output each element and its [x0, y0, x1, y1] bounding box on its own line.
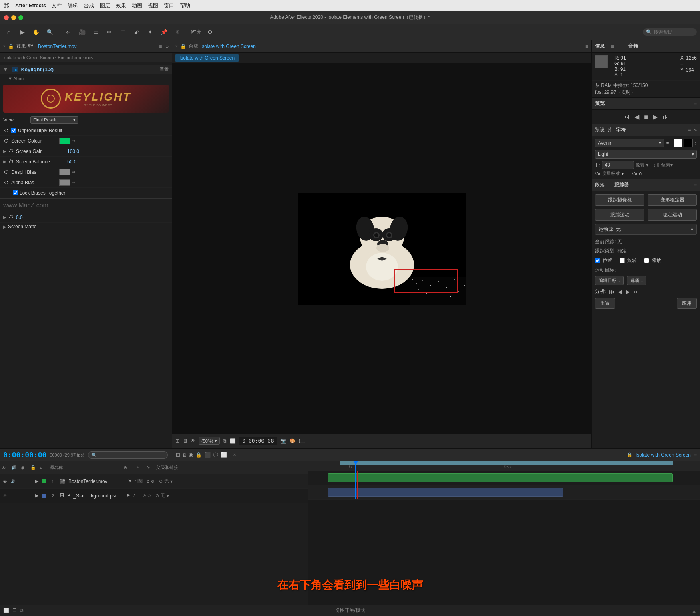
close-button[interactable]	[4, 15, 9, 20]
camera-snapshot-icon[interactable]: 📷	[280, 438, 286, 444]
kern-method-label[interactable]: 度量标准	[602, 171, 620, 177]
despill-arrow[interactable]: ⇒	[72, 170, 75, 174]
font-dropdown[interactable]: Avenir ▾	[595, 139, 664, 147]
track2-bar[interactable]	[328, 488, 563, 497]
menu-help[interactable]: 帮助	[180, 2, 190, 9]
track1-lock-btn[interactable]	[26, 478, 32, 485]
tl-footer-icon3[interactable]: ⧉	[20, 608, 24, 613]
audio-tab[interactable]: 音频	[628, 43, 638, 50]
position-checkbox[interactable]	[595, 258, 600, 263]
step-back-btn[interactable]: ◀	[634, 113, 639, 121]
playhead[interactable]	[355, 461, 356, 471]
analyze-forward-btn[interactable]: ▶	[626, 288, 630, 295]
puppet-btn[interactable]: ✳	[172, 26, 183, 38]
tracker-tab[interactable]: 跟踪器	[614, 181, 629, 188]
leading-arrow[interactable]: 像素▾	[661, 162, 673, 169]
work-area-bar[interactable]	[340, 461, 672, 465]
scale-checkbox[interactable]	[644, 258, 649, 263]
kern-method-arrow[interactable]: ▾	[622, 171, 624, 176]
screen-gain-value[interactable]: 100.0	[67, 149, 79, 154]
screen-matte-expand[interactable]: ▶	[3, 225, 6, 229]
para-tab[interactable]: 段落	[595, 181, 605, 188]
track1-fx-icon[interactable]: fx	[137, 479, 143, 483]
minimize-button[interactable]	[11, 15, 16, 20]
maximize-button[interactable]	[18, 15, 23, 20]
track2-lock-btn[interactable]	[26, 493, 32, 499]
char-menu-icon[interactable]: ≡	[688, 127, 691, 133]
tl-effect-icon[interactable]: ⬜	[221, 452, 227, 458]
menu-effects[interactable]: 效果	[116, 2, 126, 9]
menu-compose[interactable]: 合成	[84, 2, 94, 9]
pen-btn[interactable]: ✏	[104, 26, 115, 38]
analyze-backward-btn[interactable]: ◀	[618, 288, 622, 295]
comp-tab-label[interactable]: 合成	[189, 43, 198, 50]
pin-btn[interactable]: 📌	[158, 26, 169, 38]
analyze-forward-fast-btn[interactable]: ⏭	[633, 288, 639, 295]
comp-tab-name[interactable]: Isolate with Green Screen	[175, 54, 239, 62]
track2-parent-none[interactable]: 无	[161, 493, 165, 499]
tracking-value[interactable]: 0	[639, 171, 642, 176]
zoom-tool[interactable]: 🔍	[44, 26, 55, 38]
apple-menu[interactable]: ⌘	[3, 2, 10, 9]
preview-roi-icon[interactable]: ⊞	[175, 438, 179, 444]
analyze-backward-fast-btn[interactable]: ⏮	[609, 288, 615, 295]
screen-gain-expand[interactable]: ▶	[3, 149, 6, 153]
keylight-label[interactable]: Keylight (1.2)	[21, 66, 54, 72]
hand-tool[interactable]: ✋	[30, 26, 42, 38]
preview-monitor-icon[interactable]: 🖥	[183, 438, 187, 444]
about-toggle[interactable]: ▼ About	[8, 76, 25, 81]
rotation-checkbox[interactable]	[620, 258, 625, 263]
char-expand-icon[interactable]: »	[694, 127, 697, 133]
app-name[interactable]: After Effects	[15, 2, 46, 8]
tl-blend-icon[interactable]: ⬛	[204, 452, 211, 458]
footer-switch-label[interactable]: 切换开关/模式	[335, 607, 365, 614]
region-of-interest-btn[interactable]: ⧉	[223, 438, 227, 444]
track1-solo-btn[interactable]	[18, 478, 24, 485]
screen-balance-expand[interactable]: ▶	[3, 159, 6, 164]
tl-new-layer-icon[interactable]: ⊞	[176, 452, 180, 458]
tl-lock-icon[interactable]: 🔒	[195, 452, 202, 458]
font-size-field[interactable]: 43	[602, 161, 634, 169]
track2-parent-arrow[interactable]: ▾	[167, 493, 169, 499]
stabilize-btn[interactable]: 变形稳定器	[648, 194, 697, 206]
track1-bar[interactable]	[328, 473, 673, 482]
info-menu-icon[interactable]: ≡	[611, 44, 614, 49]
preview-3d-icon[interactable]: 👁	[191, 438, 195, 444]
timeline-menu-icon[interactable]: ≡	[694, 452, 697, 458]
tracker-menu-icon[interactable]: ≡	[694, 182, 697, 188]
menu-animate[interactable]: 动画	[132, 2, 142, 9]
track2-solo-btn[interactable]	[18, 493, 24, 499]
info-tab[interactable]: 信息	[595, 43, 605, 50]
char-tab[interactable]: 字符	[616, 127, 626, 133]
comp-menu-icon[interactable]: ≡	[585, 44, 588, 49]
help-search[interactable]: 🔍	[643, 28, 697, 36]
overflow-icon[interactable]: (二	[299, 437, 305, 444]
track-camera-btn[interactable]: 跟踪摄像机	[595, 194, 644, 206]
view-dropdown[interactable]: Final Result ▾	[30, 116, 78, 124]
go-to-end-btn[interactable]: ⏭	[662, 113, 669, 121]
brush-btn[interactable]: 🖌	[131, 26, 142, 38]
expand-panel-icon[interactable]: »	[166, 44, 169, 49]
preview-tab-label[interactable]: 预览	[595, 100, 605, 107]
value-expand[interactable]: ▶	[3, 215, 6, 219]
stamp-btn[interactable]: ✦	[145, 26, 156, 38]
tl-precomp-icon[interactable]: ⧉	[183, 452, 186, 458]
tl-motion-blur-icon[interactable]: 〇	[213, 451, 218, 459]
step-forward-btn[interactable]: ▶	[653, 113, 658, 121]
comp-close[interactable]: ×	[175, 44, 178, 48]
preview-menu-icon[interactable]: ≡	[694, 101, 697, 107]
expand-fx-arrow[interactable]: ▼	[3, 67, 8, 72]
track2-name[interactable]: BT_Stat...ckground.psd	[67, 493, 123, 499]
apply-btn[interactable]: 应用	[677, 298, 697, 309]
zoom-dropdown[interactable]: (50%) ▾	[199, 437, 220, 445]
edit-target-btn[interactable]: 编辑目标...	[595, 276, 624, 285]
stroke-color-box[interactable]	[684, 139, 693, 147]
timeline-scroll-right[interactable]: ▲	[691, 608, 697, 614]
track2-mode-btn[interactable]: ⊙	[143, 493, 146, 498]
font-size-arrow[interactable]: ▾	[646, 162, 648, 168]
track2-eye-btn[interactable]: 👁	[2, 493, 8, 499]
eyedropper-icon[interactable]: ✒	[666, 140, 670, 146]
help-search-input[interactable]	[654, 29, 694, 35]
stabilize-motion-btn[interactable]: 稳定运动	[648, 209, 697, 221]
track-motion-btn[interactable]: 跟踪运动	[595, 209, 644, 221]
